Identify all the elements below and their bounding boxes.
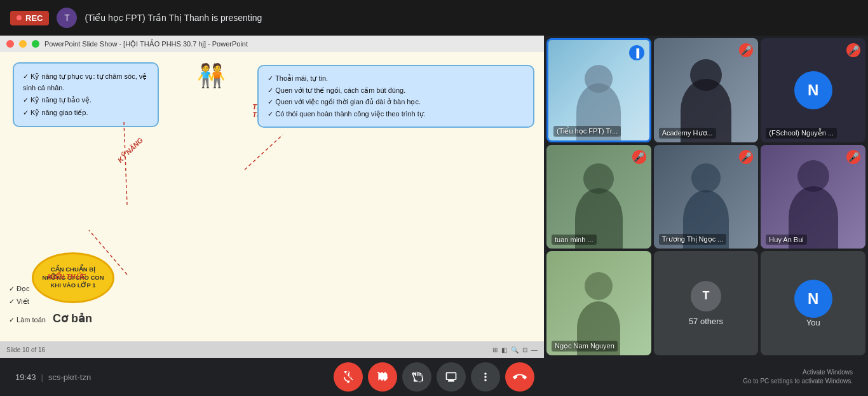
participant-name: (FSchool) Nguyễn ... (766, 128, 837, 139)
skill-box: ✓ Kỹ năng tự phục vụ: tự chăm sóc, vệ si… (13, 62, 159, 127)
ky-nang-label: KỸ NĂNG (116, 136, 145, 165)
kien-thuc-item-3: ✓ Làm toán Cơ bản (9, 308, 92, 329)
skill-item-1: ✓ Kỹ năng tự phục vụ: tự chăm sóc, vệ si… (23, 71, 149, 93)
others-avatar: T (691, 281, 721, 311)
rec-dot (17, 15, 22, 20)
minimize-btn[interactable] (19, 40, 27, 48)
tam-the-box: ✓ Thoải mái, tự tin. ✓ Quen với tư thế n… (257, 65, 534, 128)
participant-tile-you[interactable]: N You (761, 251, 865, 355)
mic-muted-icon: 🎤 (632, 150, 646, 164)
mic-muted-icon: 🎤 (739, 150, 753, 164)
zoom-pct: — (531, 346, 538, 353)
bottom-bar: 19:43 | scs-pkrt-tzn (0, 358, 868, 396)
windows-line1: Activate Windows (743, 368, 853, 377)
slide-page-info: Slide 10 of 16 (6, 346, 45, 353)
slide-bottombar: Slide 10 of 16 ⊞ ◧ 🔍 ⊡ — (0, 341, 544, 358)
divider: | (41, 372, 43, 382)
mute-camera-button[interactable] (368, 362, 397, 392)
participant-tile[interactable]: N 🎤 (FSchool) Nguyễn ... (761, 38, 865, 142)
participant-name: (Tiểu học FPT) Tr... (553, 126, 621, 137)
zoom-icon[interactable]: 🔍 (511, 346, 519, 353)
slide-toolbar-icons: ⊞ ◧ 🔍 ⊡ — (492, 346, 538, 353)
slide-title: PowerPoint Slide Show - [HỘI THẢO PHHS 3… (44, 40, 248, 48)
presenter-initial: T (64, 13, 70, 23)
mic-muted-icon: 🎤 (846, 150, 860, 164)
kien-thuc-label: KIẾN THỨC (48, 273, 86, 281)
skill-item-3: ✓ Kỹ năng giao tiếp. (23, 107, 149, 119)
fit-icon[interactable]: ⊡ (522, 346, 527, 353)
tam-the-item-3: ✓ Quen với việc ngồi thời gian đủ dài ở … (268, 96, 524, 108)
rec-label: REC (25, 13, 43, 23)
main-area: PowerPoint Slide Show - [HỘI THẢO PHHS 3… (0, 36, 868, 358)
others-count: 57 others (689, 317, 723, 326)
view-icon-2[interactable]: ◧ (501, 346, 507, 353)
co-ban-label: Cơ bản (53, 308, 92, 329)
meeting-time: 19:43 (15, 372, 36, 382)
slide-titlebar: PowerPoint Slide Show - [HỘI THẢO PHHS 3… (0, 36, 544, 52)
meeting-info: 19:43 | scs-pkrt-tzn (15, 372, 91, 382)
tam-the-item-4: ✓ Có thói quen hoàn thành công việc theo… (268, 108, 524, 120)
tam-the-item-2: ✓ Quen với tư thế ngồi, cách cầm bút đún… (268, 85, 524, 97)
participant-tile[interactable]: Ngọc Nam Nguyen (546, 251, 651, 355)
present-screen-button[interactable] (437, 362, 466, 392)
participant-tile[interactable]: ▐ (Tiểu học FPT) Tr... (546, 38, 651, 142)
svg-line-0 (124, 122, 127, 205)
end-call-button[interactable] (505, 362, 534, 392)
mute-mic-button[interactable] (334, 362, 363, 392)
participant-tile[interactable]: 🎤 Trương Thị Ngọc ... (654, 145, 759, 249)
kien-thuc-items: ✓ Đọc ✓ Viết ✓ Làm toán Cơ bản (9, 283, 92, 329)
slide-right-section: TÂMTHỂ ❓ ✓ Thoải mái, tự tin. ✓ Quen với… (245, 52, 544, 341)
participant-name: tuan minh ... (552, 235, 597, 245)
question-people-icon: 🧑‍🤝‍🧑 (197, 62, 226, 89)
participants-panel: ▐ (Tiểu học FPT) Tr... 🎤 Academy Hươ... … (544, 36, 868, 358)
skill-item-2: ✓ Kỹ năng tự bảo vệ. (23, 95, 149, 106)
participant-tile[interactable]: 🎤 Huy An Bui (761, 145, 865, 249)
presentation-area: PowerPoint Slide Show - [HỘI THẢO PHHS 3… (0, 36, 544, 358)
speaking-indicator: ▐ (629, 45, 644, 60)
presenting-text: (Tiểu học FPT) Trần Thị Thanh is present… (85, 13, 262, 23)
close-btn[interactable] (6, 40, 14, 48)
participant-tile[interactable]: 🎤 Academy Hươ... (654, 38, 759, 142)
windows-line2: Go to PC settings to activate Windows. (743, 377, 853, 386)
controls-center (334, 362, 534, 392)
slide-window: PowerPoint Slide Show - [HỘI THẢO PHHS 3… (0, 36, 544, 358)
participant-tile-others[interactable]: T 57 others (654, 251, 759, 355)
tam-the-item-1: ✓ Thoải mái, tự tin. (268, 72, 524, 85)
maximize-btn[interactable] (32, 40, 39, 48)
you-label: You (806, 318, 820, 327)
participant-name: Huy An Bui (766, 235, 806, 245)
windows-watermark: Activate Windows Go to PC settings to ac… (743, 368, 853, 386)
meeting-code: scs-pkrt-tzn (48, 372, 91, 382)
view-icon-1[interactable]: ⊞ (492, 346, 498, 353)
more-options-button[interactable] (471, 362, 500, 392)
mic-muted-icon: 🎤 (739, 43, 753, 57)
top-bar: REC T (Tiểu học FPT) Trần Thị Thanh is p… (0, 0, 868, 36)
mic-muted-icon: 🎤 (846, 43, 860, 57)
controls-right: Activate Windows Go to PC settings to ac… (743, 368, 853, 386)
presenter-avatar: T (57, 8, 77, 28)
participant-name: Academy Hươ... (659, 128, 716, 139)
participant-name: Ngọc Nam Nguyen (552, 341, 618, 352)
kien-thuc-item-1: ✓ Đọc (9, 283, 92, 296)
participant-avatar: N (794, 71, 832, 109)
svg-line-2 (245, 135, 283, 170)
participant-name: Trương Thị Ngọc ... (659, 234, 727, 245)
you-avatar: N (794, 280, 832, 318)
participant-tile[interactable]: 🎤 tuan minh ... (546, 145, 651, 249)
rec-badge: REC (10, 11, 49, 25)
kien-thuc-item-2: ✓ Viết (9, 296, 92, 308)
slide-inner: ✓ Kỹ năng tự phục vụ: tự chăm sóc, vệ si… (0, 52, 544, 341)
raise-hand-button[interactable] (402, 362, 431, 392)
slide-left-section: ✓ Kỹ năng tự phục vụ: tự chăm sóc, vệ si… (0, 52, 245, 341)
slide-content: ✓ Kỹ năng tự phục vụ: tự chăm sóc, vệ si… (0, 52, 544, 341)
